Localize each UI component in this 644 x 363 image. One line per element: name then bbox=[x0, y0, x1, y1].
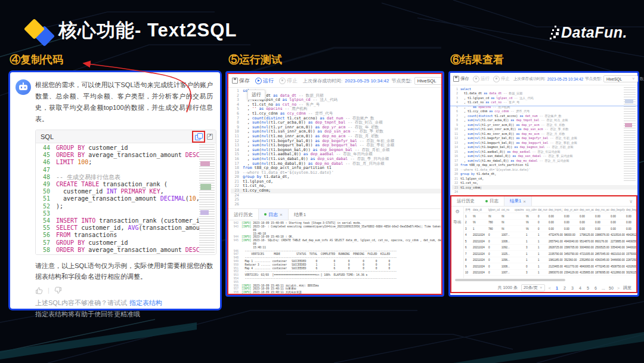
page-number[interactable]: 4 bbox=[578, 286, 583, 290]
sql-editor[interactable]: 1select2 t1.data_dt as data_dt -- 数据_日期3… bbox=[228, 88, 441, 208]
next-page-button[interactable]: > bbox=[617, 286, 620, 290]
table-cell: 780 bbox=[487, 219, 500, 226]
table-cell: \N bbox=[500, 219, 513, 226]
editor-toolbar: 保存 运行 停止 上次保存成功时间: 2023-05-25 10:34:42 节… bbox=[228, 74, 441, 88]
page-number[interactable]: ... bbox=[601, 286, 606, 290]
scrollbar-thumb[interactable] bbox=[455, 279, 565, 281]
table-row[interactable]: 92021102401008...012123465.004611770.004… bbox=[464, 263, 636, 270]
tab-log[interactable]: 日志 bbox=[480, 196, 504, 206]
table-row[interactable]: 72021102401025...112195790.003450790.004… bbox=[464, 251, 636, 257]
page-number[interactable]: 2 bbox=[562, 286, 567, 290]
table-cell: 20211024 bbox=[472, 257, 487, 263]
chevron-down-icon[interactable]: ∨ bbox=[629, 199, 636, 204]
code-line: 26 bbox=[231, 202, 441, 207]
table-cell: 0 bbox=[487, 232, 500, 238]
copy-icon[interactable] bbox=[195, 133, 202, 140]
node-type-select[interactable]: HiveSQL∨ bbox=[603, 75, 638, 82]
tab-log[interactable]: 日志× bbox=[258, 209, 289, 220]
table-cell: 4721005.00 bbox=[578, 251, 594, 257]
table-cell: 780 bbox=[487, 226, 500, 232]
page-number[interactable]: 50 bbox=[609, 286, 614, 290]
stop-button[interactable]: 停止 bbox=[279, 77, 298, 85]
table-row[interactable]: 102021102401007...312883070.002394129.00… bbox=[464, 269, 636, 276]
code-minimap[interactable] bbox=[624, 87, 636, 183]
bottom-tabs: 运行历史 日志 结果1× ∨ bbox=[451, 196, 636, 207]
thumbs-down-icon[interactable] bbox=[54, 287, 62, 294]
slide-logo-icon bbox=[24, 17, 58, 48]
tab-result[interactable]: 结果1 bbox=[289, 209, 311, 220]
page-size-select[interactable]: 20条/页∨ bbox=[521, 284, 545, 291]
table-cell: \N bbox=[500, 213, 513, 220]
code-line: 21t1.lglpsn_cd, bbox=[452, 176, 637, 181]
column-header: dep_begofyr_bal bbox=[609, 207, 625, 213]
code-line: 2 t1.data_dt as data_dt -- 数据_日期 bbox=[452, 91, 637, 96]
assistant-message: 根据您的需求，可以使用以下SQL语句来完成统计客户的账户数量、总余额、平均余额、… bbox=[35, 79, 213, 125]
node-type-select[interactable]: HiveSQL∨ bbox=[414, 77, 442, 85]
table-row[interactable]: 31780\N\N00.000.000.000.000.000.00 bbox=[464, 226, 636, 232]
export-button[interactable]: 导出 bbox=[453, 219, 462, 225]
step-label-copy-code: ④复制代码 bbox=[10, 53, 63, 67]
save-button[interactable]: 保存 bbox=[232, 77, 250, 85]
page-number[interactable]: 1 bbox=[555, 286, 559, 290]
node-type-label: 节点类型: bbox=[585, 76, 602, 82]
table-row[interactable]: 1\N\N\N\N00.000.000.000.000.000.00 bbox=[464, 213, 636, 220]
thumbs-up-icon[interactable] bbox=[35, 287, 43, 294]
code-line: 48-- 生成交易排行信息表 bbox=[36, 174, 199, 181]
table-row[interactable]: 2\N780\N\N00.000.000.000.000.000.00 bbox=[464, 219, 636, 226]
code-block-header: SQL bbox=[36, 130, 216, 143]
expand-icon[interactable] bbox=[206, 133, 213, 140]
table-row[interactable]: 52021102401008...112657941.004940040.009… bbox=[464, 238, 636, 245]
table-row[interactable]: 82021102401096...111981185.00352360.0023… bbox=[464, 257, 636, 263]
node-type-label: 节点类型: bbox=[392, 78, 412, 84]
page-number[interactable]: 6 bbox=[593, 286, 598, 290]
log-output[interactable]: 942[INFO]2023-10-09 15:40:09: Starting t… bbox=[228, 220, 441, 295]
result-grid-area: ⚙ 导出 序号data_dtlglpsn_cdcst_noopacinsccy_… bbox=[451, 207, 636, 278]
table-cell: 4508750.00 bbox=[609, 263, 625, 270]
table-cell: 2 bbox=[464, 219, 472, 226]
table-cell: 4 bbox=[464, 232, 472, 238]
close-icon[interactable]: × bbox=[280, 212, 283, 217]
table-cell: 1 bbox=[525, 232, 537, 238]
sql-editor[interactable]: 1select2 t1.data_dt as data_dt -- 数据_日期3… bbox=[450, 85, 637, 195]
code-line: 19--where t1.data_dt='${system.biz.date}… bbox=[452, 167, 637, 172]
table-cell: 1 bbox=[537, 232, 547, 238]
table-cell: 3 bbox=[525, 244, 537, 251]
table-cell bbox=[513, 226, 525, 232]
tab-run-history[interactable]: 运行历史 bbox=[451, 196, 480, 206]
code-minimap[interactable] bbox=[199, 144, 215, 253]
save-button[interactable]: 保存 bbox=[453, 76, 469, 82]
table-cell: 1 bbox=[525, 238, 537, 245]
table-row[interactable]: 62021102401092...312828725.001586705.003… bbox=[464, 244, 636, 251]
run-button[interactable]: 运行 bbox=[255, 77, 274, 85]
table-cell: 0 bbox=[525, 263, 537, 270]
tab-run-history[interactable]: 运行历史 bbox=[228, 209, 258, 220]
code-line: 49CREATE TABLE transaction_rank ( bbox=[36, 181, 199, 188]
table-row[interactable]: 42021102401007...114732476.0098000.00179… bbox=[464, 232, 636, 238]
feedback-row: | bbox=[35, 285, 213, 295]
table-cell bbox=[513, 269, 525, 276]
grid-side-strip: ⚙ 导出 bbox=[451, 207, 464, 278]
table-cell: 0.00 bbox=[609, 219, 625, 226]
table-cell: 10 bbox=[464, 269, 472, 276]
table-cell: 2394129.00 bbox=[563, 269, 578, 276]
prev-page-button[interactable]: < bbox=[549, 286, 551, 290]
log-line: 945[INFO]2023-10-09 15:40:11SQL语句: CREAT… bbox=[231, 239, 441, 249]
table-cell: 4135865.00 bbox=[578, 269, 594, 276]
code-block-body[interactable]: 44GROUP BY customer_id45ORDER BY average… bbox=[36, 143, 216, 254]
table-cell: 0 bbox=[487, 251, 500, 257]
table-cell: 3004660.00 bbox=[578, 244, 594, 251]
run-button[interactable]: 运行 bbox=[473, 76, 490, 82]
page-number[interactable]: 5 bbox=[586, 286, 590, 290]
close-icon[interactable]: × bbox=[523, 199, 526, 204]
code-line: 23t1.ccy_cdnm; bbox=[231, 189, 441, 193]
tab-result[interactable]: 结果1× bbox=[504, 196, 532, 206]
current-line-indicator bbox=[450, 106, 637, 106]
page-number[interactable]: 3 bbox=[570, 286, 575, 290]
stop-button[interactable]: 停止 bbox=[493, 76, 510, 82]
total-count: 共 1000 条 bbox=[497, 285, 517, 291]
code-lines: 44GROUP BY customer_id45ORDER BY average… bbox=[36, 143, 199, 254]
table-cell: 1878095.00 bbox=[594, 269, 609, 276]
gear-icon[interactable]: ⚙ bbox=[455, 209, 459, 214]
specify-table-structure-link[interactable]: 指定表结构 bbox=[129, 299, 162, 306]
table-cell: 20211024 bbox=[472, 269, 487, 276]
